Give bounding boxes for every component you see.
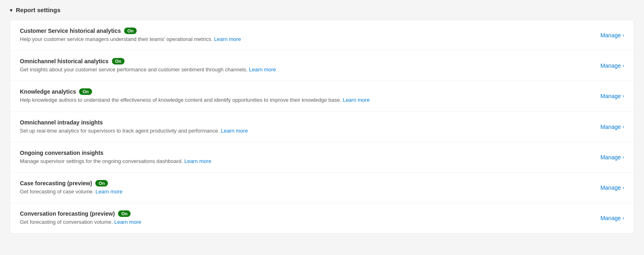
section-title: Report settings <box>16 6 60 13</box>
manage-button-ongoing-conversation[interactable]: Manage › <box>600 154 624 161</box>
manage-button-knowledge-analytics[interactable]: Manage › <box>600 93 624 99</box>
learn-more-link-customer-service-historical[interactable]: Learn more <box>214 36 241 42</box>
learn-more-link-conversation-forecasting[interactable]: Learn more <box>114 219 141 225</box>
settings-list: Customer Service historical analytics On… <box>10 20 634 234</box>
setting-item-omnichannel-historical: Omnichannel historical analytics On Get … <box>10 51 634 81</box>
setting-name-omnichannel-historical: Omnichannel historical analytics <box>20 58 109 64</box>
status-badge-omnichannel-historical: On <box>112 58 125 64</box>
manage-button-case-forecasting[interactable]: Manage › <box>600 184 624 191</box>
setting-description-customer-service-historical: Help your customer service managers unde… <box>20 36 587 43</box>
setting-title-row-omnichannel-intraday: Omnichannel intraday insights <box>20 119 587 126</box>
setting-content-knowledge-analytics: Knowledge analytics On Help knowledge au… <box>20 88 587 104</box>
chevron-right-icon-knowledge-analytics: › <box>623 93 624 99</box>
setting-content-ongoing-conversation: Ongoing conversation insights Manage sup… <box>20 150 587 165</box>
learn-more-link-omnichannel-historical[interactable]: Learn more <box>249 66 276 73</box>
setting-item-customer-service-historical: Customer Service historical analytics On… <box>10 20 634 51</box>
learn-more-link-omnichannel-intraday[interactable]: Learn more <box>221 128 248 134</box>
manage-button-omnichannel-historical[interactable]: Manage › <box>600 62 624 69</box>
status-badge-knowledge-analytics: On <box>79 88 92 95</box>
status-badge-case-forecasting: On <box>95 180 108 186</box>
section-header[interactable]: ▾ Report settings <box>10 6 634 13</box>
chevron-right-icon-conversation-forecasting: › <box>623 215 624 221</box>
setting-content-case-forecasting: Case forecasting (preview) On Get foreca… <box>20 180 587 195</box>
setting-name-conversation-forecasting: Conversation forecasting (preview) <box>20 210 115 217</box>
setting-item-knowledge-analytics: Knowledge analytics On Help knowledge au… <box>10 81 634 111</box>
setting-title-row-customer-service-historical: Customer Service historical analytics On <box>20 28 587 34</box>
chevron-down-icon: ▾ <box>10 7 13 13</box>
learn-more-link-case-forecasting[interactable]: Learn more <box>95 189 122 195</box>
chevron-right-icon-ongoing-conversation: › <box>623 154 624 160</box>
setting-description-knowledge-analytics: Help knowledge authors to understand the… <box>20 96 587 104</box>
setting-description-omnichannel-historical: Get insights about your customer service… <box>20 66 587 73</box>
chevron-right-icon-case-forecasting: › <box>623 185 624 191</box>
setting-description-conversation-forecasting: Get forecasting of conversation volume. … <box>20 219 587 226</box>
setting-item-ongoing-conversation: Ongoing conversation insights Manage sup… <box>10 142 634 173</box>
setting-title-row-knowledge-analytics: Knowledge analytics On <box>20 88 587 95</box>
setting-name-customer-service-historical: Customer Service historical analytics <box>20 28 121 34</box>
setting-title-row-case-forecasting: Case forecasting (preview) On <box>20 180 587 186</box>
chevron-right-icon-omnichannel-intraday: › <box>623 124 624 130</box>
chevron-right-icon-omnichannel-historical: › <box>623 63 624 69</box>
setting-content-customer-service-historical: Customer Service historical analytics On… <box>20 28 587 43</box>
learn-more-link-ongoing-conversation[interactable]: Learn more <box>184 158 211 164</box>
manage-button-conversation-forecasting[interactable]: Manage › <box>600 215 624 221</box>
setting-description-ongoing-conversation: Manage supervisor settings for the ongoi… <box>20 158 587 165</box>
manage-button-omnichannel-intraday[interactable]: Manage › <box>600 124 624 130</box>
setting-content-omnichannel-intraday: Omnichannel intraday insights Set up rea… <box>20 119 587 135</box>
status-badge-conversation-forecasting: On <box>118 210 131 217</box>
chevron-right-icon-customer-service-historical: › <box>623 32 624 38</box>
manage-button-customer-service-historical[interactable]: Manage › <box>600 32 624 39</box>
setting-title-row-ongoing-conversation: Ongoing conversation insights <box>20 150 587 156</box>
setting-name-omnichannel-intraday: Omnichannel intraday insights <box>20 119 103 126</box>
learn-more-link-knowledge-analytics[interactable]: Learn more <box>343 97 369 103</box>
setting-description-case-forecasting: Get forecasting of case volume. Learn mo… <box>20 188 587 195</box>
setting-title-row-omnichannel-historical: Omnichannel historical analytics On <box>20 58 587 64</box>
setting-description-omnichannel-intraday: Set up real-time analytics for superviso… <box>20 127 587 135</box>
page-container: ▾ Report settings Customer Service histo… <box>0 0 644 240</box>
setting-content-omnichannel-historical: Omnichannel historical analytics On Get … <box>20 58 587 73</box>
setting-name-case-forecasting: Case forecasting (preview) <box>20 180 92 186</box>
setting-item-omnichannel-intraday: Omnichannel intraday insights Set up rea… <box>10 112 634 142</box>
setting-item-conversation-forecasting: Conversation forecasting (preview) On Ge… <box>10 203 634 233</box>
setting-item-case-forecasting: Case forecasting (preview) On Get foreca… <box>10 173 634 203</box>
status-badge-customer-service-historical: On <box>124 28 137 34</box>
setting-name-knowledge-analytics: Knowledge analytics <box>20 88 76 95</box>
setting-title-row-conversation-forecasting: Conversation forecasting (preview) On <box>20 210 587 217</box>
setting-content-conversation-forecasting: Conversation forecasting (preview) On Ge… <box>20 210 587 226</box>
setting-name-ongoing-conversation: Ongoing conversation insights <box>20 150 103 156</box>
